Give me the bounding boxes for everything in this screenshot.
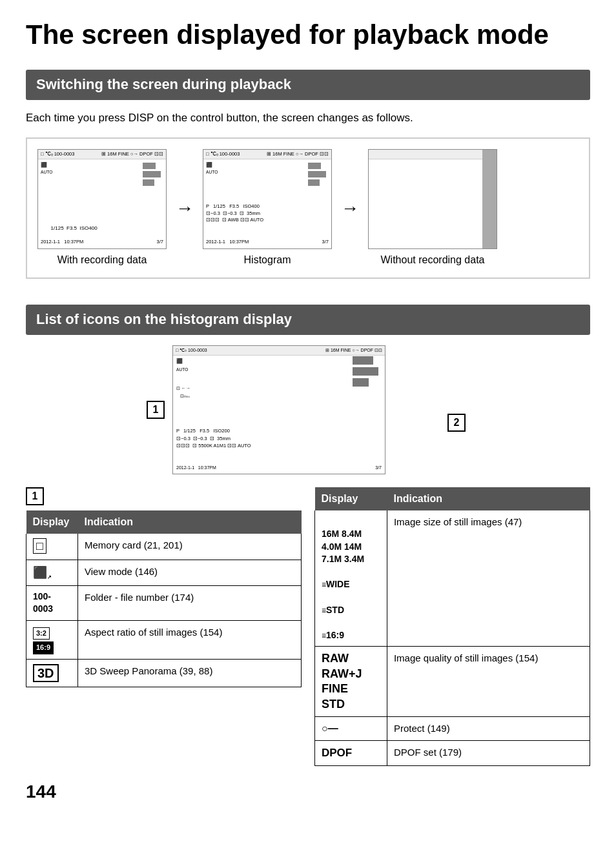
memory-card-icon: □ [33, 538, 46, 554]
screen1-bottom-bar: 2012-1-1 10:37PM 3/7 [41, 239, 163, 246]
3d-icon: 3D [33, 664, 59, 682]
hist-side-icons: ⬛ AUTO ⊡ ←→ ⊡₀ₐᵤ [176, 358, 190, 399]
left-th-display: Display [26, 510, 78, 534]
left-display-cell-4: 3D [26, 659, 78, 687]
arrow2: → [338, 196, 362, 221]
page-number: 144 [26, 779, 590, 804]
section1-header: Switching the screen during playback [26, 70, 590, 100]
table-row: RAWRAW+JFINESTD Image quality of still i… [315, 647, 590, 717]
badge1: 1 [147, 401, 165, 419]
screen1-icons: ⬛AUTO [41, 161, 52, 176]
screen1-topbar: □ ℃₀ 100-0003 ⊞ 16M FINE ○→ DPOF ⊡⊡ [38, 150, 166, 160]
section2-header: List of icons on the histogram display [26, 305, 590, 335]
table-row: DPOF DPOF set (179) [315, 741, 590, 766]
table-row: 3:2 16:9 Aspect ratio of still images (1… [26, 621, 302, 660]
right-indication-1: Image quality of still images (154) [387, 647, 590, 717]
table-row: 3D 3D Sweep Panorama (39, 88) [26, 659, 302, 687]
left-display-cell-1: ⬛↗ [26, 560, 78, 585]
hist-container: 1 □ ℃₀ 100-0003 ⊞ 16M FINE ○→ DPOF ⊡⊡ ⬛ … [172, 345, 444, 474]
right-indication-3: DPOF set (179) [387, 741, 590, 766]
tables-section: 1 Display Indication □ Memory card (21, [26, 487, 590, 766]
ratio-3-2-badge: 3:2 [33, 627, 50, 640]
table-row: □ Memory card (21, 201) [26, 534, 302, 560]
section1-description: Each time you press DISP on the control … [26, 110, 590, 126]
screen2: □ ℃₀ 100-0003 ⊞ 16M FINE ○→ DPOF ⊡⊡ ⬛AUT… [203, 149, 332, 249]
badge2: 2 [447, 414, 466, 432]
left-indication-0: Memory card (21, 201) [78, 534, 302, 560]
arrow1: → [173, 196, 196, 221]
right-table-col: Display Indication 16M 8.4M4.0M 14M7.1M … [314, 487, 590, 766]
left-indication-4: 3D Sweep Panorama (39, 88) [78, 659, 302, 687]
right-display-cell-2: ○— [315, 716, 387, 740]
right-table: Display Indication 16M 8.4M4.0M 14M7.1M … [314, 487, 590, 766]
left-indication-1: View mode (146) [78, 560, 302, 585]
playback-diagram: □ ℃₀ 100-0003 ⊞ 16M FINE ○→ DPOF ⊡⊡ ⬛AUT… [26, 137, 590, 279]
view-mode-icon: ⬛↗ [33, 566, 52, 579]
screen2-topbar: □ ℃₀ 100-0003 ⊞ 16M FINE ○→ DPOF ⊡⊡ [203, 150, 331, 160]
right-display-cell-1: RAWRAW+JFINESTD [315, 647, 387, 717]
left-table-col: 1 Display Indication □ Memory card (21, [26, 487, 302, 766]
hist-camera-screen: □ ℃₀ 100-0003 ⊞ 16M FINE ○→ DPOF ⊡⊡ ⬛ AU… [172, 345, 385, 474]
screen1-histbars [143, 163, 161, 186]
screen3-wrap: Without recording data [368, 149, 497, 267]
screen2-data-rows: P 1/125 F3.5 ISO400 ⊡−0.3 ⊡−0.3 ⊡ 35mm ⊡… [206, 203, 263, 224]
screen2-bottom-bar: 2012-1-1 10:37PM 3/7 [206, 239, 329, 246]
screen1-wrap: □ ℃₀ 100-0003 ⊞ 16M FINE ○→ DPOF ⊡⊡ ⬛AUT… [37, 149, 167, 267]
hist-bottom-bar: 2012-1-1 10:37PM 3/7 [176, 465, 382, 471]
right-th-indication: Indication [387, 487, 590, 510]
histogram-section: 1 □ ℃₀ 100-0003 ⊞ 16M FINE ○→ DPOF ⊡⊡ ⬛ … [26, 345, 590, 474]
screen2-wrap: □ ℃₀ 100-0003 ⊞ 16M FINE ○→ DPOF ⊡⊡ ⬛AUT… [203, 149, 332, 267]
left-th-indication: Indication [78, 510, 302, 534]
hist-bottom-data: P 1/125 F3.5 ISO200 ⊡−0.3 ⊡−0.3 ⊡ 35mm ⊡… [176, 427, 251, 449]
left-indication-2: Folder - file number (174) [78, 585, 302, 620]
screen3-topbar [369, 150, 497, 160]
screen2-label: Histogram [244, 253, 291, 267]
screen2-icons: ⬛AUTO [206, 161, 218, 176]
hist-topbar: □ ℃₀ 100-0003 ⊞ 16M FINE ○→ DPOF ⊡⊡ [173, 346, 385, 356]
hist-bars-right [353, 356, 378, 387]
left-display-cell-2: 100-0003 [26, 585, 78, 620]
screen3-label: Without recording data [381, 253, 485, 267]
ratio-16-9-badge: 16:9 [33, 641, 54, 654]
left-badge: 1 [26, 487, 44, 505]
screen2-histbars [308, 163, 326, 186]
left-badge-row: 1 [26, 487, 302, 505]
section2: List of icons on the histogram display 1… [26, 305, 590, 766]
screen3 [368, 149, 497, 249]
left-table: Display Indication □ Memory card (21, 20… [26, 510, 302, 687]
table-row: 100-0003 Folder - file number (174) [26, 585, 302, 620]
right-th-display: Display [315, 487, 387, 510]
left-display-cell-0: □ [26, 534, 78, 560]
right-indication-0: Image size of still images (47) [387, 510, 590, 646]
right-indication-2: Protect (149) [387, 716, 590, 740]
page-title: The screen displayed for playback mode [26, 19, 590, 50]
table-row: ○— Protect (149) [315, 716, 590, 740]
table-row: 16M 8.4M4.0M 14M7.1M 3.4M ≡WIDE ≡STD ≡16… [315, 510, 590, 646]
screen1-bottom-info: 1/125 F3.5 ISO400 [41, 225, 98, 232]
screen1: □ ℃₀ 100-0003 ⊞ 16M FINE ○→ DPOF ⊡⊡ ⬛AUT… [37, 149, 167, 249]
table-row: ⬛↗ View mode (146) [26, 560, 302, 585]
right-display-cell-3: DPOF [315, 741, 387, 766]
screen3-strip [482, 150, 497, 248]
right-display-cell-0: 16M 8.4M4.0M 14M7.1M 3.4M ≡WIDE ≡STD ≡16… [315, 510, 387, 646]
left-display-cell-3: 3:2 16:9 [26, 621, 78, 660]
left-indication-3: Aspect ratio of still images (154) [78, 621, 302, 660]
screen1-label: With recording data [57, 253, 147, 267]
